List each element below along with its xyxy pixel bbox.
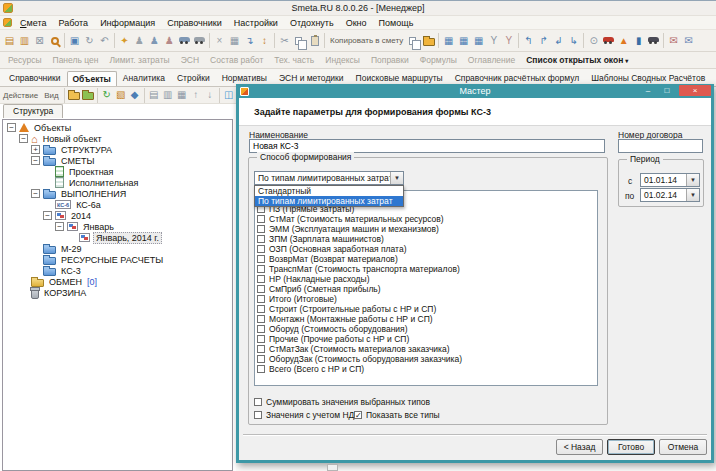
type-checkbox-box[interactable] [257, 335, 265, 343]
shift-right-icon[interactable]: ↳ [566, 32, 581, 50]
mail-send-icon[interactable]: ✉ [666, 32, 681, 50]
tree-item[interactable]: −⌂Новый объект [3, 133, 232, 144]
tree-item[interactable]: −РЕСУРСНЫЕ РАСЧЕТЫ [3, 254, 232, 265]
tree-item[interactable]: +СТРУКТУРА [3, 144, 232, 155]
tree-item[interactable]: −М-29 [3, 243, 232, 254]
handbook-icon[interactable]: ▮ [631, 32, 646, 50]
paste-icon[interactable] [307, 32, 322, 50]
type-checkbox-box[interactable] [257, 215, 265, 223]
sitemap-icon[interactable]: ▦ [227, 32, 242, 50]
import-icon[interactable]: ↴ [242, 32, 257, 50]
menu-item[interactable]: Информация [94, 18, 161, 28]
tree-item[interactable]: −2014 [3, 210, 232, 221]
period-from-combo[interactable]: 01.01.14 ▼ [640, 173, 700, 187]
show-all-checkbox-box[interactable] [354, 411, 362, 419]
folder-up-icon[interactable] [67, 88, 81, 103]
report-ks2-icon[interactable]: ▦ [441, 32, 456, 50]
scrollbar-stub[interactable] [327, 464, 338, 471]
undo-icon[interactable]: ↶ [97, 32, 112, 50]
transport-icon[interactable] [601, 32, 616, 50]
key-icon[interactable]: ✦ [117, 32, 132, 50]
type-checkbox-box[interactable] [257, 225, 265, 233]
type-checkbox-item[interactable]: Всего (Всего с НР и СП) [257, 364, 595, 374]
type-checkbox-item[interactable]: ЗПМ (Зарплата машинистов) [257, 234, 595, 244]
estimate-struct-icon[interactable]: ▥ [17, 32, 32, 50]
search-icon[interactable] [47, 32, 62, 50]
chevron-down-icon[interactable]: ▼ [686, 189, 699, 201]
expander-icon[interactable]: − [43, 211, 52, 220]
mechanism-icon[interactable] [192, 32, 207, 50]
type-checkbox-box[interactable] [257, 365, 265, 373]
tree-item[interactable]: −КС-3 [3, 265, 232, 276]
filter-icon[interactable]: Y [486, 32, 501, 50]
shift-left-icon[interactable]: ↲ [551, 32, 566, 50]
sum-checkbox[interactable]: Суммировать значения выбранных типов [254, 397, 430, 407]
copy-to-estimate-button[interactable]: Копировать в смету [327, 36, 406, 45]
expander-icon[interactable]: − [7, 123, 16, 132]
type-checkbox-box[interactable] [257, 255, 265, 263]
dropdown-option[interactable]: Стандартный [255, 186, 403, 196]
maximize-button[interactable]: □ [660, 85, 674, 96]
type-checkbox-box[interactable] [257, 305, 265, 313]
tree-item[interactable]: −Январь [3, 221, 232, 232]
type-checkbox-box[interactable] [257, 265, 265, 273]
dropdown-option[interactable]: По типам лимитированных затрат [255, 196, 403, 206]
buffer-folder-icon[interactable] [421, 32, 436, 50]
type-checkbox-item[interactable]: ЭММ (Эксплуатация машин и механизмов) [257, 224, 595, 234]
minimize-button[interactable]: – [641, 85, 655, 96]
close-window-icon[interactable]: ⊠ [32, 32, 47, 50]
type-checkbox-item[interactable]: СмПриб (Сметная прибыль) [257, 284, 595, 294]
show-all-types-checkbox[interactable]: Показать все типы [354, 410, 440, 420]
finish-button[interactable]: Готово [607, 439, 655, 455]
estimate-tree-icon[interactable]: ▤ [2, 32, 17, 50]
module-tab[interactable]: Аналитика [117, 70, 171, 86]
doc-tab[interactable]: Список открытых окон▾ [526, 55, 628, 65]
type-checkbox-item[interactable]: ТранспМат (Стоимость транспорта материал… [257, 264, 595, 274]
tree-item[interactable]: −Январь, 2014 г. [3, 232, 232, 243]
expander-icon[interactable]: + [31, 145, 40, 154]
type-checkbox-box[interactable] [257, 275, 265, 283]
type-checkbox-box[interactable] [257, 345, 265, 353]
estimate-add-icon[interactable]: ♟ [147, 32, 162, 50]
expander-icon[interactable]: − [31, 156, 40, 165]
type-checkbox-item[interactable]: СтМат (Стоимость материальных ресурсов) [257, 214, 595, 224]
module-tab[interactable]: Справочники [3, 70, 67, 86]
type-checkbox-item[interactable]: Итого (Итоговые) [257, 294, 595, 304]
report-m29-icon[interactable]: ▦ [471, 32, 486, 50]
tree-item[interactable]: −ВЫПОЛНЕНИЯ [3, 188, 232, 199]
indent-icon[interactable]: ↱ [536, 32, 551, 50]
period-to-combo[interactable]: 01.02.14 ▼ [640, 188, 700, 202]
tab-structure[interactable]: Структура [3, 104, 63, 118]
new-window-icon[interactable]: ◫ [222, 88, 236, 103]
menu-item[interactable]: Помощь [373, 18, 420, 28]
outdent-icon[interactable]: ↰ [521, 32, 536, 50]
sum-checkbox-box[interactable] [254, 398, 262, 406]
report-ks3-icon[interactable]: ▦ [456, 32, 471, 50]
car-icon[interactable] [646, 32, 661, 50]
type-checkbox-box[interactable] [257, 325, 265, 333]
type-checkbox-item[interactable]: СтМатЗак (Стоимость материалов заказчика… [257, 344, 595, 354]
refresh-icon[interactable]: ↻ [100, 88, 114, 103]
tree-item[interactable]: −Исполнительная [3, 177, 232, 188]
chevron-down-icon[interactable]: ▼ [686, 174, 699, 186]
view-list-icon[interactable]: ▥ [161, 88, 175, 103]
type-checkbox-box[interactable] [257, 285, 265, 293]
estimate-comment-icon[interactable]: ♟ [162, 32, 177, 50]
menu-item[interactable]: Смета [14, 18, 52, 28]
vat-checkbox[interactable]: Значения с учетом НДС [254, 410, 360, 420]
refresh-icon[interactable]: ↻ [82, 32, 97, 50]
type-checkbox-item[interactable]: Оборуд (Стоимость оборудования) [257, 324, 595, 334]
view-large-icon[interactable]: ▤ [147, 88, 161, 103]
type-checkbox-box[interactable] [257, 295, 265, 303]
sort-icon[interactable]: ↕ [257, 32, 272, 50]
menu-item[interactable]: Настройки [228, 18, 284, 28]
type-checkbox-box[interactable] [257, 235, 265, 243]
method-combo[interactable]: По типам лимитированных затрат ▼ [254, 171, 404, 185]
copy-icon[interactable] [292, 32, 307, 50]
view-detail-icon[interactable]: ▦ [175, 88, 189, 103]
filter-clear-icon[interactable]: Y [501, 32, 516, 50]
type-checkbox-item[interactable]: ОЗП (Основная заработная плата) [257, 244, 595, 254]
save-icon[interactable]: ▣ [67, 32, 82, 50]
folder-new-icon[interactable] [81, 88, 95, 103]
chevron-down-icon[interactable]: ▼ [390, 172, 403, 184]
